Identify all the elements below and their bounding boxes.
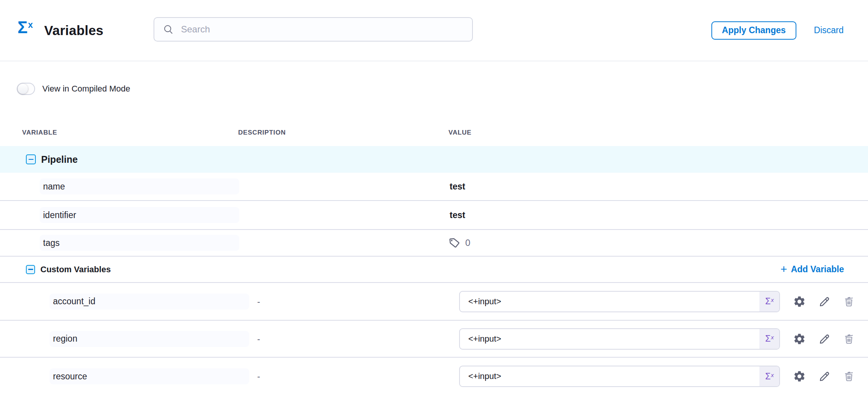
group-row-custom-variables: Custom Variables + Add Variable: [0, 257, 868, 283]
edit-button[interactable]: [818, 332, 831, 345]
gear-icon: [793, 295, 806, 308]
value-input[interactable]: <+input> Σx: [459, 366, 780, 387]
value-input-text: <+input>: [468, 334, 759, 344]
expression-toggle-icon[interactable]: Σx: [759, 366, 779, 386]
minus-icon: [28, 269, 33, 270]
variable-name-cell: region: [50, 331, 249, 347]
trash-icon: [843, 370, 855, 383]
search-input[interactable]: [180, 24, 448, 35]
variable-name-cell: name: [40, 178, 239, 194]
tags-count: 0: [465, 238, 470, 248]
edit-button[interactable]: [818, 370, 831, 383]
trash-icon: [843, 332, 855, 345]
table-row: account_id - <+input> Σx: [0, 283, 868, 321]
value-input-text: <+input>: [468, 371, 759, 381]
collapse-icon[interactable]: [26, 154, 36, 164]
table-row: identifier test: [0, 201, 868, 230]
column-header-value: VALUE: [448, 126, 471, 140]
delete-button[interactable]: [843, 295, 855, 308]
header-actions: Apply Changes Discard: [711, 0, 844, 61]
variable-description: -: [257, 296, 260, 307]
tags-value: 0: [449, 237, 470, 249]
gear-icon: [793, 332, 806, 345]
variable-value: test: [450, 210, 465, 220]
variable-name: resource: [53, 371, 87, 382]
value-input-text: <+input>: [468, 297, 759, 307]
group-title: Custom Variables: [40, 265, 111, 275]
tag-icon: [448, 237, 461, 249]
compiled-mode-label: View in Compiled Mode: [42, 84, 130, 94]
toggle-knob: [18, 84, 28, 94]
variable-name: identifier: [43, 210, 76, 220]
variable-name-cell: tags: [40, 235, 239, 251]
edit-button[interactable]: [818, 295, 831, 308]
variable-name: name: [43, 181, 65, 192]
expression-toggle-icon[interactable]: Σx: [759, 329, 779, 349]
variable-name-cell: identifier: [40, 207, 239, 223]
header: Σx Variables Apply Changes Discard: [0, 0, 868, 61]
add-variable-button[interactable]: + Add Variable: [780, 264, 844, 275]
variable-name: tags: [43, 238, 59, 248]
variable-description: -: [257, 371, 260, 382]
trash-icon: [843, 295, 855, 308]
discard-button[interactable]: Discard: [814, 25, 844, 35]
variable-name-cell: account_id: [50, 294, 249, 310]
delete-button[interactable]: [843, 370, 855, 383]
column-header-variable: VARIABLE: [22, 126, 57, 140]
variables-logo-icon: Σx: [18, 19, 32, 36]
table-header: VARIABLE DESCRIPTION VALUE: [0, 126, 868, 140]
variables-page: Σx Variables Apply Changes Discard View …: [0, 0, 868, 395]
value-input[interactable]: <+input> Σx: [459, 328, 780, 350]
variable-description: -: [257, 334, 260, 344]
gear-icon: [793, 370, 806, 383]
group-title: Pipeline: [41, 154, 78, 165]
delete-button[interactable]: [843, 332, 855, 345]
pencil-icon: [818, 332, 831, 345]
table-row: tags 0: [0, 230, 868, 257]
table-row: region - <+input> Σx: [0, 321, 868, 358]
settings-button[interactable]: [793, 370, 806, 383]
compiled-mode-row: View in Compiled Mode: [17, 82, 130, 96]
expression-toggle-icon[interactable]: Σx: [759, 292, 779, 312]
value-input[interactable]: <+input> Σx: [459, 291, 780, 312]
group-row-pipeline: Pipeline: [0, 146, 868, 173]
table-row: name test: [0, 173, 868, 201]
table-row: resource - <+input> Σx: [0, 358, 868, 395]
settings-button[interactable]: [793, 295, 806, 308]
collapse-icon[interactable]: [26, 265, 35, 274]
search-icon: [163, 24, 174, 35]
variable-name-cell: resource: [50, 368, 249, 384]
pencil-icon: [818, 295, 831, 308]
column-header-description: DESCRIPTION: [238, 126, 286, 140]
variable-name: region: [53, 334, 77, 344]
settings-button[interactable]: [793, 332, 806, 345]
compiled-mode-toggle[interactable]: [17, 83, 35, 95]
variable-value: test: [450, 181, 465, 192]
variable-name: account_id: [53, 296, 95, 307]
pencil-icon: [818, 370, 831, 383]
plus-icon: +: [780, 263, 787, 275]
search-box[interactable]: [154, 17, 473, 42]
page-title: Variables: [44, 0, 104, 61]
apply-changes-button[interactable]: Apply Changes: [711, 21, 796, 40]
minus-icon: [29, 159, 34, 160]
